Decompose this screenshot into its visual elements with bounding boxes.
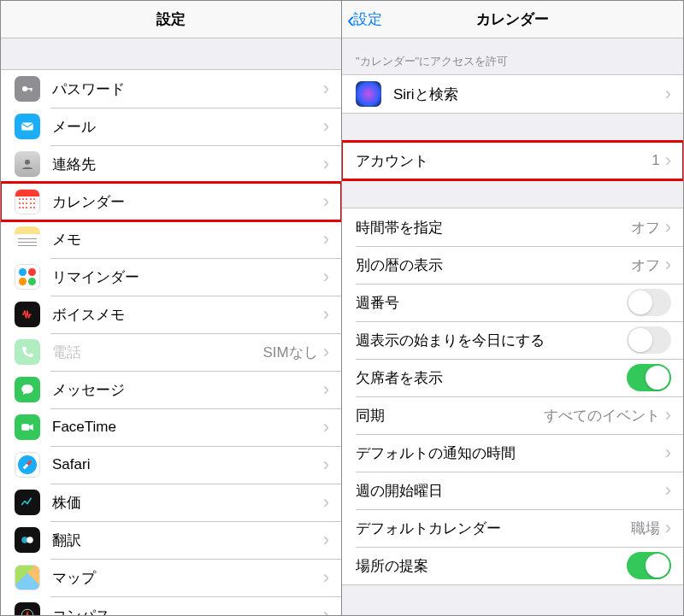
row-accounts[interactable]: アカウント 1 › xyxy=(342,142,683,179)
row-label: パスワード xyxy=(52,79,323,99)
settings-row-compass[interactable]: コンパス› xyxy=(1,596,341,615)
chevron-right-icon: › xyxy=(323,380,329,399)
facetime-icon xyxy=(15,414,40,440)
settings-row-messages[interactable]: メッセージ› xyxy=(1,371,341,408)
toggle-switch[interactable] xyxy=(627,364,671,391)
toggle-switch[interactable] xyxy=(627,552,671,579)
settings-row-contacts[interactable]: 連絡先› xyxy=(1,145,341,183)
chevron-right-icon: › xyxy=(323,606,329,615)
page-title: カレンダー xyxy=(476,9,549,29)
row-label: ボイスメモ xyxy=(52,305,323,325)
row-value: SIMなし xyxy=(262,343,317,362)
reminders-icon xyxy=(15,264,40,290)
settings-row-maps[interactable]: マップ› xyxy=(1,559,341,596)
chevron-right-icon: › xyxy=(323,117,329,136)
settings-row-facetime[interactable]: FaceTime› xyxy=(1,408,341,446)
phone-icon xyxy=(15,339,40,365)
calendar-pane: ‹ 設定 カレンダー "カレンダー"にアクセスを許可 Siriと検索 › アカウ… xyxy=(342,1,683,615)
navbar-left: 設定 xyxy=(1,1,341,38)
settings-list[interactable]: パスワード›メール›連絡先›カレンダー›メモ›リマインダー›ボイスメモ›電話SI… xyxy=(1,38,341,615)
settings-row-password[interactable]: パスワード› xyxy=(1,70,341,108)
safari-icon xyxy=(15,452,40,478)
settings-row-calendar[interactable]: カレンダー› xyxy=(1,183,341,220)
calendar-row-3[interactable]: 週表示の始まりを今日にする xyxy=(342,321,683,359)
chevron-right-icon: › xyxy=(665,406,671,425)
row-label: リマインダー xyxy=(52,267,323,287)
row-label: 欠席者を表示 xyxy=(356,368,627,388)
row-label: カレンダー xyxy=(52,192,323,212)
navbar-right: ‹ 設定 カレンダー xyxy=(342,1,683,38)
settings-row-notes[interactable]: メモ› xyxy=(1,220,341,258)
chevron-right-icon: › xyxy=(665,443,671,462)
row-label: 別の暦の表示 xyxy=(356,255,631,275)
row-label: アカウント xyxy=(356,151,652,171)
section-header-access: "カレンダー"にアクセスを許可 xyxy=(342,38,683,74)
messages-icon xyxy=(15,377,40,402)
svg-rect-5 xyxy=(21,424,29,431)
calendar-row-5[interactable]: 同期すべてのイベント› xyxy=(342,396,683,434)
svg-point-7 xyxy=(27,537,33,543)
row-label: 連絡先 xyxy=(52,155,323,174)
toggle-switch[interactable] xyxy=(627,289,671,316)
row-siri-search[interactable]: Siriと検索 › xyxy=(342,75,683,113)
calendar-row-8[interactable]: デフォルトカレンダー職場› xyxy=(342,509,683,547)
chevron-right-icon: › xyxy=(665,519,671,537)
row-label: マップ xyxy=(52,568,323,588)
notes-icon xyxy=(15,226,40,252)
settings-pane: 設定 パスワード›メール›連絡先›カレンダー›メモ›リマインダー›ボイスメモ›電… xyxy=(1,1,342,615)
stocks-icon xyxy=(15,490,40,515)
contacts-icon xyxy=(15,151,40,177)
row-label: メール xyxy=(52,117,323,137)
chevron-right-icon: › xyxy=(323,155,329,173)
svg-rect-3 xyxy=(21,123,33,131)
back-button[interactable]: ‹ 設定 xyxy=(347,9,382,31)
chevron-right-icon: › xyxy=(323,493,329,512)
password-icon xyxy=(15,76,40,102)
chevron-right-icon: › xyxy=(323,79,329,98)
row-label: 電話 xyxy=(52,343,262,362)
settings-row-stocks[interactable]: 株価› xyxy=(1,484,341,521)
row-label: メモ xyxy=(52,230,323,249)
calendar-row-6[interactable]: デフォルトの通知の時間› xyxy=(342,434,683,472)
calendar-settings-list[interactable]: "カレンダー"にアクセスを許可 Siriと検索 › アカウント 1 › 時間帯を… xyxy=(342,38,683,615)
calendar-row-2[interactable]: 週番号 xyxy=(342,284,683,321)
chevron-right-icon: › xyxy=(665,481,671,500)
row-label: 翻訳 xyxy=(52,531,323,550)
row-label: 週番号 xyxy=(356,293,627,313)
row-label: 時間帯を指定 xyxy=(356,218,631,238)
settings-row-reminders[interactable]: リマインダー› xyxy=(1,258,341,296)
chevron-right-icon: › xyxy=(665,255,671,274)
back-label: 設定 xyxy=(353,9,382,29)
mail-icon xyxy=(15,114,40,139)
row-label: 場所の提案 xyxy=(356,556,627,576)
settings-row-safari[interactable]: Safari› xyxy=(1,446,341,484)
translate-icon xyxy=(15,527,40,553)
svg-point-4 xyxy=(25,160,30,165)
row-label: コンパス xyxy=(52,606,323,616)
maps-icon xyxy=(15,565,40,590)
chevron-right-icon: › xyxy=(323,267,329,286)
row-label: デフォルトの通知の時間 xyxy=(356,443,665,463)
calendar-row-4[interactable]: 欠席者を表示 xyxy=(342,359,683,396)
settings-row-mail[interactable]: メール› xyxy=(1,108,341,145)
row-label: デフォルトカレンダー xyxy=(356,519,631,538)
calendar-row-9[interactable]: 場所の提案 xyxy=(342,547,683,584)
row-label: 株価 xyxy=(52,493,323,513)
svg-rect-2 xyxy=(31,88,32,91)
chevron-right-icon: › xyxy=(323,418,329,437)
calendar-row-7[interactable]: 週の開始曜日› xyxy=(342,472,683,509)
calendar-row-1[interactable]: 別の暦の表示オフ› xyxy=(342,246,683,284)
row-label: FaceTime xyxy=(52,419,323,436)
row-label: メッセージ xyxy=(52,380,323,400)
settings-row-phone[interactable]: 電話SIMなし› xyxy=(1,333,341,371)
toggle-switch[interactable] xyxy=(627,326,671,354)
row-value: オフ xyxy=(631,218,660,238)
settings-row-voicememo[interactable]: ボイスメモ› xyxy=(1,296,341,333)
row-label: 週の開始曜日 xyxy=(356,481,665,501)
chevron-right-icon: › xyxy=(323,230,329,249)
chevron-right-icon: › xyxy=(323,192,329,211)
settings-row-translate[interactable]: 翻訳› xyxy=(1,521,341,559)
chevron-right-icon: › xyxy=(323,343,329,361)
siri-icon xyxy=(356,81,381,107)
calendar-row-0[interactable]: 時間帯を指定オフ› xyxy=(342,208,683,246)
